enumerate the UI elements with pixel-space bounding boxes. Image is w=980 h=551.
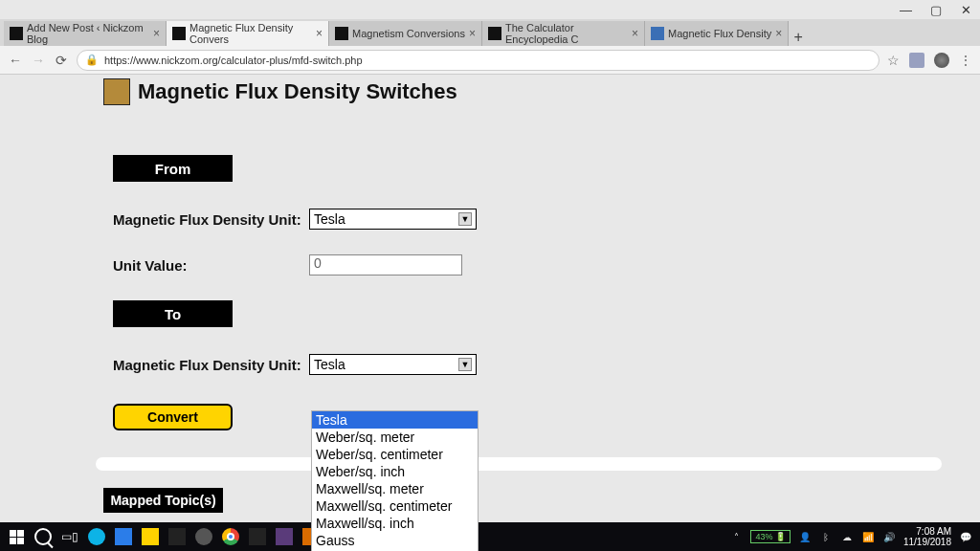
tray-bluetooth-icon[interactable]: ᛒ: [819, 530, 833, 543]
tray-onedrive-icon[interactable]: ☁: [840, 530, 854, 543]
dropdown-option[interactable]: Weber/sq. meter: [312, 429, 478, 446]
browser-toolbar: ← → ⟳ 🔒 https://www.nickzom.org/calculat…: [0, 46, 980, 75]
tray-volume-icon[interactable]: 🔊: [882, 530, 896, 543]
taskbar-app-purple[interactable]: [272, 525, 297, 548]
window-maximize[interactable]: ▢: [930, 3, 944, 16]
tray-wifi-icon[interactable]: 📶: [861, 530, 875, 543]
browser-tab[interactable]: The Calculator Encyclopedia C ×: [482, 21, 645, 46]
cortana-search-icon[interactable]: [31, 525, 56, 548]
tab-close-icon[interactable]: ×: [153, 27, 160, 40]
task-view-icon[interactable]: ▭▯: [57, 525, 82, 548]
dropdown-option[interactable]: Tesla: [312, 411, 478, 429]
convert-button[interactable]: Convert: [113, 404, 233, 430]
dropdown-option[interactable]: Gauss: [312, 532, 478, 549]
windows-taskbar: ▭▯ ˄ 43% 🔋 👤 ᛒ ☁ 📶 🔊 7:08 AM 11/19/2018 …: [0, 522, 980, 551]
tab-title: Magnetism Conversions: [352, 28, 465, 39]
to-unit-dropdown-list[interactable]: Tesla Weber/sq. meter Weber/sq. centimet…: [311, 410, 479, 551]
tab-title: The Calculator Encyclopedia C: [505, 22, 628, 45]
bookmark-star-icon[interactable]: ☆: [887, 53, 900, 68]
start-button[interactable]: [4, 525, 29, 548]
browser-tab[interactable]: Magnetic Flux Density ×: [645, 21, 789, 46]
chevron-down-icon: ▼: [458, 358, 472, 371]
address-bar[interactable]: 🔒 https://www.nickzom.org/calculator-plu…: [77, 50, 880, 71]
reload-button[interactable]: ⟳: [54, 53, 69, 68]
taskbar-app-blue[interactable]: [111, 525, 136, 548]
tab-title: Magnetic Flux Density Convers: [189, 22, 312, 45]
page-content: Magnetic Flux Density Switches From Magn…: [0, 75, 980, 541]
browser-tab[interactable]: Add New Post ‹ Nickzom Blog ×: [4, 21, 167, 46]
favicon-icon: [335, 27, 348, 40]
forward-button[interactable]: →: [31, 53, 46, 68]
favicon-icon: [10, 27, 23, 40]
extension-icon[interactable]: [909, 53, 924, 68]
site-logo-icon: [103, 78, 130, 105]
from-unit-select[interactable]: Tesla ▼: [309, 209, 477, 230]
taskbar-clock[interactable]: 7:08 AM 11/19/2018: [903, 526, 951, 547]
back-button[interactable]: ←: [8, 53, 23, 68]
battery-indicator[interactable]: 43% 🔋: [750, 530, 791, 543]
tab-close-icon[interactable]: ×: [469, 27, 476, 40]
browser-menu-icon[interactable]: ⋮: [959, 53, 972, 68]
browser-tab[interactable]: Magnetism Conversions ×: [329, 21, 482, 46]
unit-value-label: Unit Value:: [113, 257, 309, 274]
favicon-icon: [488, 27, 501, 40]
tray-people-icon[interactable]: 👤: [798, 530, 812, 543]
dropdown-option[interactable]: Maxwell/sq. inch: [312, 515, 478, 532]
profile-avatar-icon[interactable]: [934, 53, 949, 68]
content-divider: [96, 457, 942, 471]
from-unit-label: Magnetic Flux Density Unit:: [113, 211, 309, 228]
to-unit-selected-value: Tesla: [314, 357, 345, 372]
mapped-topics-header: Mapped Topic(s): [103, 488, 223, 513]
taskbar-app-edge[interactable]: [84, 525, 109, 548]
unit-value-input[interactable]: 0: [309, 254, 462, 276]
to-unit-select[interactable]: Tesla ▼: [309, 354, 477, 375]
favicon-icon: [172, 27, 186, 40]
window-titlebar: — ▢ ✕: [0, 0, 980, 19]
browser-tab-strip: Add New Post ‹ Nickzom Blog × Magnetic F…: [0, 19, 980, 46]
tab-close-icon[interactable]: ×: [775, 27, 782, 40]
taskbar-date: 11/19/2018: [903, 537, 951, 547]
page-title: Magnetic Flux Density Switches: [138, 79, 457, 104]
tab-close-icon[interactable]: ×: [632, 27, 638, 40]
tab-title: Magnetic Flux Density: [668, 28, 771, 39]
new-tab-button[interactable]: +: [789, 29, 808, 46]
from-unit-selected-value: Tesla: [314, 211, 345, 227]
chevron-down-icon: ▼: [458, 212, 472, 226]
tab-close-icon[interactable]: ×: [316, 27, 323, 40]
taskbar-time: 7:08 AM: [903, 526, 951, 537]
tray-notifications-icon[interactable]: 💬: [959, 530, 972, 543]
to-unit-label: Magnetic Flux Density Unit:: [113, 357, 309, 373]
from-header: From: [113, 155, 233, 182]
to-header: To: [113, 300, 233, 327]
url-text: https://www.nickzom.org/calculator-plus/…: [104, 55, 363, 66]
taskbar-app-chrome[interactable]: [218, 525, 243, 548]
taskbar-app-dark[interactable]: [245, 525, 270, 548]
tab-title: Add New Post ‹ Nickzom Blog: [27, 22, 149, 45]
dropdown-option[interactable]: Maxwell/sq. centimeter: [312, 497, 478, 515]
lock-icon: 🔒: [85, 54, 99, 66]
window-close[interactable]: ✕: [961, 3, 974, 16]
favicon-icon: [651, 27, 664, 40]
browser-tab-active[interactable]: Magnetic Flux Density Convers ×: [167, 21, 329, 46]
taskbar-app-file-explorer[interactable]: [138, 525, 163, 548]
taskbar-app-calculator[interactable]: [165, 525, 189, 548]
window-minimize[interactable]: —: [900, 3, 913, 16]
dropdown-option[interactable]: Weber/sq. inch: [312, 463, 478, 480]
taskbar-app-settings[interactable]: [191, 525, 216, 548]
dropdown-option[interactable]: Weber/sq. centimeter: [312, 446, 478, 463]
dropdown-option[interactable]: Maxwell/sq. meter: [312, 480, 478, 497]
tray-chevron-up-icon[interactable]: ˄: [729, 530, 743, 543]
unit-value-text: 0: [314, 255, 322, 271]
